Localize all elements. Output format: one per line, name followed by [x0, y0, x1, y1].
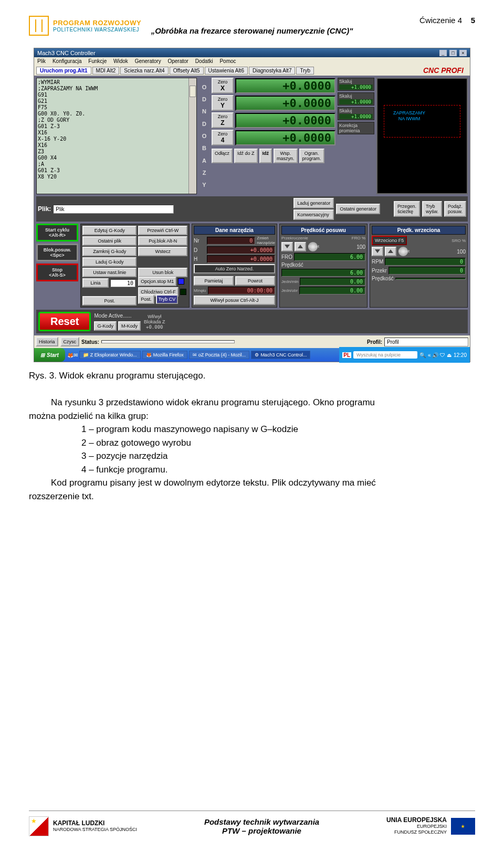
- zero-z-button[interactable]: ZeroZ: [212, 112, 234, 128]
- reverse-button[interactable]: Wstecz: [138, 247, 187, 256]
- load-generator-button[interactable]: Laduj generator: [293, 198, 334, 208]
- tray-icons[interactable]: « 🔊 🛡 ⏏: [428, 352, 452, 358]
- idz-button[interactable]: Idź: [259, 149, 272, 163]
- wsp-maszyn-button[interactable]: Wsp.maszyn.: [274, 149, 298, 163]
- menu-item[interactable]: Operator: [167, 58, 188, 64]
- scale-z[interactable]: Skaluj+1.0000: [338, 107, 374, 120]
- task-item[interactable]: ✉oZ Poczta (4) - Mozil...: [189, 351, 250, 359]
- search-icon[interactable]: 🔍: [419, 352, 426, 358]
- filebar: Plik: Plik Laduj generator Konwersacyjny…: [36, 196, 468, 222]
- minimize-icon[interactable]: _: [439, 50, 447, 56]
- feed-dn-button[interactable]: [281, 242, 293, 251]
- file-field[interactable]: Plik: [53, 205, 174, 214]
- close-gcode-button[interactable]: Zamknij G-kody: [82, 247, 136, 256]
- feed-up-button[interactable]: [295, 242, 306, 251]
- mkody-button[interactable]: M-Kody: [118, 321, 141, 331]
- spin-reset-button[interactable]: Reset: [398, 246, 408, 257]
- kapital-icon: [29, 816, 49, 836]
- task-item-active[interactable]: ⚙Mach3 CNC Control...: [251, 351, 310, 359]
- edit-gcode-button[interactable]: Edytuj G-Kody: [82, 226, 136, 235]
- menu-item[interactable]: Funkcje: [88, 58, 107, 64]
- tab-settings[interactable]: Ustawienia Alt6: [205, 67, 248, 75]
- last-generator-button[interactable]: Ostatni generator: [336, 204, 380, 214]
- rewind-button[interactable]: Przewiń Ctrl-W: [138, 226, 187, 235]
- fro-value[interactable]: 6.00: [294, 253, 365, 261]
- menu-item[interactable]: Plik: [37, 58, 46, 64]
- stop-button[interactable]: Stop<Alt-S>: [36, 264, 78, 281]
- tool-d[interactable]: +0.0000: [207, 246, 275, 254]
- start-button[interactable]: ⊞ Start: [34, 348, 65, 362]
- feed-toggle-button[interactable]: Wł/wył posuw Ctrl-Alt-J: [194, 296, 275, 305]
- menu-item[interactable]: Konfiguracja: [52, 58, 82, 64]
- close-icon[interactable]: ×: [459, 50, 467, 56]
- tab-toolpath[interactable]: Sciezka narz.Alt4: [120, 67, 168, 75]
- opt-stop-button[interactable]: Opcjon.stop M1: [138, 277, 176, 286]
- spin-up-button[interactable]: [385, 247, 396, 256]
- from-here-button[interactable]: Post.: [82, 296, 136, 306]
- post-button[interactable]: Post.: [138, 294, 154, 304]
- delete-block-button[interactable]: Usun blok: [138, 268, 187, 277]
- cycle-start-button[interactable]: Start cyklu<Alt-R>: [36, 224, 78, 241]
- tool-h[interactable]: +0.0000: [207, 255, 275, 263]
- dro-x[interactable]: +0.0000: [235, 78, 335, 93]
- gcode-listing[interactable]: ;WYMIAR;ZAPRASZAMY NA IWWMG91G21F75G00 X…: [36, 78, 197, 194]
- feed-reset-button[interactable]: Reset: [308, 241, 318, 252]
- tab-diag[interactable]: Diagnostyka Alt7: [249, 67, 296, 75]
- reset-button[interactable]: Reset: [38, 312, 91, 331]
- menu-item[interactable]: Pomoc: [219, 58, 236, 64]
- ogran-prog-button[interactable]: Ogran.program.: [299, 149, 324, 163]
- autozero-tool-button[interactable]: Auto Zero Narzed.: [194, 264, 275, 274]
- feed-hold-button[interactable]: Blok.posuw.<Spc>: [36, 244, 78, 261]
- desktop-search[interactable]: Wyszukaj na pulpicie: [353, 351, 417, 359]
- line-input[interactable]: 10: [110, 279, 135, 287]
- remember-button[interactable]: Pamietaj: [194, 276, 234, 286]
- regen-path-button[interactable]: Przegen.ścieżkę: [394, 201, 420, 217]
- tab-mdi[interactable]: MDI Alt2: [92, 67, 120, 75]
- follow-feed-button[interactable]: Podąż.posuw.: [444, 201, 466, 217]
- lang-indicator[interactable]: PL: [342, 352, 351, 358]
- scale-x[interactable]: Skaluj+1.0000: [338, 78, 374, 91]
- menu-item[interactable]: Widok: [113, 58, 128, 64]
- tab-mode[interactable]: Tryb: [296, 67, 314, 75]
- feed-speed[interactable]: 6.00: [281, 269, 365, 277]
- zero-y-button[interactable]: ZeroY: [212, 95, 234, 111]
- radius-corr[interactable]: Korekcjapromienia: [338, 122, 374, 134]
- dro-z[interactable]: +0.0000: [235, 113, 335, 128]
- conversational-button[interactable]: Konwersacyjny: [293, 209, 334, 220]
- history-button[interactable]: Historia: [36, 337, 58, 346]
- return-button[interactable]: Powrot: [235, 276, 275, 286]
- spin-dn-button[interactable]: [372, 247, 383, 256]
- menu-item[interactable]: Generatory: [135, 58, 161, 64]
- rpm-value[interactable]: 0: [385, 258, 466, 266]
- tool-nr[interactable]: 0: [207, 237, 255, 245]
- task-item[interactable]: 📁Z Eksplorator Windo...: [79, 351, 141, 359]
- clear-button[interactable]: Czysc: [60, 337, 80, 346]
- scale-y[interactable]: Skaluj+1.0000: [338, 92, 374, 106]
- set-next-line-button[interactable]: Ustaw nast.linie: [82, 268, 136, 277]
- dro-4[interactable]: +0.0000: [235, 130, 335, 145]
- last-file-button[interactable]: Ostatni plik: [82, 236, 136, 246]
- tab-run[interactable]: Uruchom prog.Alt1: [36, 67, 91, 75]
- change-tool-button[interactable]: Zmień: [257, 236, 268, 240]
- zero-x-button[interactable]: ZeroX: [212, 78, 234, 93]
- dro-y[interactable]: +0.0000: [235, 96, 335, 111]
- gkody-button[interactable]: G-Kody: [94, 321, 117, 331]
- maximize-icon[interactable]: □: [449, 50, 457, 56]
- idzdoz-button[interactable]: Idź do Z: [234, 149, 258, 163]
- trybcv-button[interactable]: Tryb CV: [156, 294, 178, 304]
- spindle-button[interactable]: Wrzeciono F5: [372, 236, 407, 245]
- load-gcode-button[interactable]: Laduj G-kody: [82, 257, 136, 267]
- single-block-button[interactable]: Poj.blok Alt-N: [138, 236, 187, 246]
- spin-speed[interactable]: [395, 278, 466, 280]
- tab-offsets[interactable]: Offsety Alt5: [170, 67, 204, 75]
- odlacz-button[interactable]: Odłącz: [212, 149, 233, 163]
- zero-4-button[interactable]: Zero4: [212, 130, 234, 145]
- window-titlebar[interactable]: Mach3 CNC Controller _ □ ×: [34, 48, 470, 57]
- scroll-thumb[interactable]: [190, 86, 196, 97]
- system-tray: PL Wyszukaj na pulpicie 🔍 « 🔊 🛡 ⏏ 12:20: [339, 347, 470, 363]
- task-item[interactable]: 🦊Mozilla Firefox: [142, 351, 187, 359]
- menu-item[interactable]: Dodatki: [195, 58, 213, 64]
- display-mode-button[interactable]: Trybwyśw.: [422, 201, 442, 217]
- scrollbar[interactable]: [188, 78, 196, 194]
- toolpath-preview[interactable]: ZAPRASZAMYNA IWWM: [376, 78, 468, 194]
